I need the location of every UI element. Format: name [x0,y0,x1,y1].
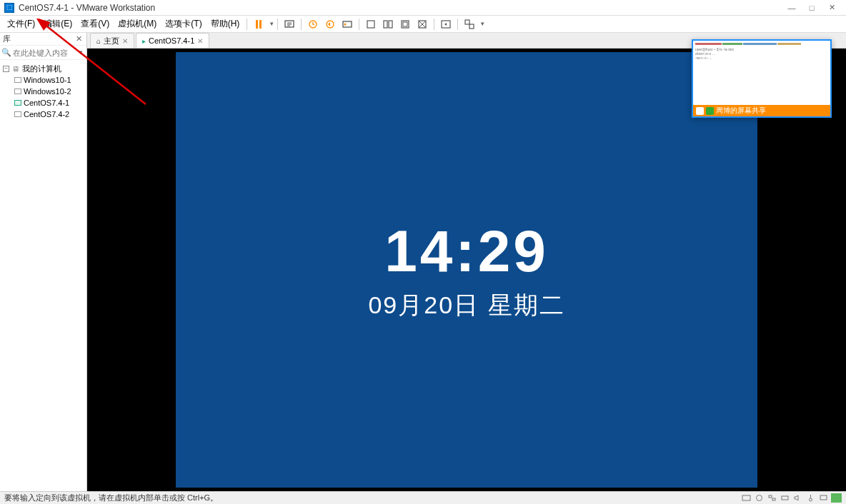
pause-icon [256,20,262,29]
pip-preview: user@host ~ $ ls -la /etc drwxr-xr-x ...… [693,41,830,105]
close-window-button[interactable]: ✕ [822,1,842,15]
vm-running-icon [14,100,21,106]
pip-caption-bar: 周博的屏幕共享 [693,105,830,116]
library-sidebar: 库 ✕ 🔍 ▼ − 我的计算机 Windows10-1 Windows10-2 [0,33,87,491]
svg-rect-17 [772,498,775,500]
tree-item-vm[interactable]: Windows10-2 [1,86,85,97]
tab-close-button[interactable]: ✕ [122,37,128,45]
title-bar: CentOS7.4-1 - VMware Workstation — □ ✕ [0,0,846,16]
collapse-icon[interactable]: − [3,66,9,72]
sound-icon[interactable] [792,493,803,503]
computer-icon [11,64,20,73]
svg-rect-7 [389,21,392,28]
view-fit-button[interactable] [398,17,412,31]
pip-caption-text: 周博的屏幕共享 [716,106,766,116]
svg-rect-18 [782,496,788,500]
share-icon [706,107,714,115]
vm-icon [14,77,21,83]
menu-help[interactable]: 帮助(H) [206,16,244,31]
cd-icon[interactable] [754,493,765,503]
view-split-button[interactable] [381,17,395,31]
dropdown-arrow-icon[interactable]: ▼ [269,21,274,27]
menu-bar: 文件(F) 编辑(E) 查看(V) 虚拟机(M) 选项卡(T) 帮助(H) ▼ … [0,16,846,33]
tab-label: CentOS7.4-1 [149,36,194,45]
tab-vm-active[interactable]: ▸ CentOS7.4-1 ✕ [136,33,209,48]
menu-view[interactable]: 查看(V) [76,16,114,31]
search-icon: 🔍 [1,48,11,57]
svg-rect-5 [367,21,374,28]
menu-file[interactable]: 文件(F) [3,16,39,31]
menu-tabs[interactable]: 选项卡(T) [161,16,206,31]
sidebar-search: 🔍 ▼ [0,46,86,60]
window-title: CentOS7.4-1 - VMware Workstation [19,3,155,13]
snapshot-button[interactable] [306,17,320,31]
minimize-button[interactable]: — [782,1,802,15]
hdd-icon[interactable] [741,493,752,503]
status-tray [741,493,842,503]
vm-lock-screen[interactable]: 14:29 09月20日 星期二 [176,52,757,488]
svg-rect-12 [465,20,469,24]
app-icon [4,3,14,13]
revert-snapshot-button[interactable] [323,17,337,31]
vm-icon: ▸ [142,37,146,45]
vm-running-indicator[interactable] [831,493,842,503]
display-icon[interactable] [818,493,829,503]
tree-item-vm[interactable]: CentOS7.4-1 [1,97,85,109]
tree-item-label: Windows10-2 [24,87,71,96]
vm-icon [14,111,21,117]
network-icon[interactable] [767,493,777,503]
maximize-button[interactable]: □ [802,1,822,15]
sidebar-header: 库 ✕ [0,33,86,46]
tree-item-label: CentOS7.4-1 [24,99,69,107]
user-icon [696,107,704,115]
svg-rect-6 [384,21,387,28]
tree-item-label: Windows10-1 [24,76,71,84]
send-ctrl-alt-del-button[interactable] [282,17,297,31]
svg-rect-16 [769,495,772,498]
menu-edit[interactable]: 编辑(E) [39,16,76,31]
menu-vm[interactable]: 虚拟机(M) [114,16,161,31]
vm-tree: − 我的计算机 Windows10-1 Windows10-2 CentOS7.… [0,60,86,123]
fullscreen-button[interactable] [439,17,453,31]
tree-root[interactable]: − 我的计算机 [1,63,85,74]
view-single-button[interactable] [364,17,378,31]
search-dropdown-button[interactable]: ▼ [76,49,85,56]
tree-item-label: CentOS7.4-2 [24,110,69,119]
svg-point-4 [344,23,347,25]
screen-share-pip[interactable]: user@host ~ $ ls -la /etc drwxr-xr-x ...… [692,39,832,118]
view-stretch-button[interactable] [415,17,429,31]
dropdown-arrow-icon[interactable]: ▼ [479,21,485,27]
tree-item-vm[interactable]: Windows10-1 [1,74,85,86]
lock-screen-date: 09月20日 星期二 [368,289,564,322]
svg-point-15 [757,495,762,501]
status-bar: 要将输入定向到该虚拟机，请在虚拟机内部单击或按 Ctrl+G。 [0,491,846,504]
usb-icon[interactable] [805,493,816,503]
svg-rect-9 [403,22,407,26]
home-icon: ⌂ [96,37,101,45]
vm-icon [14,89,21,94]
search-input[interactable] [11,48,76,58]
pause-button[interactable] [252,17,266,31]
unity-button[interactable] [462,17,477,31]
status-text: 要将输入定向到该虚拟机，请在虚拟机内部单击或按 Ctrl+G。 [4,493,741,503]
svg-point-19 [810,498,812,501]
printer-icon[interactable] [780,493,790,503]
svg-rect-13 [469,24,474,29]
tree-item-vm[interactable]: CentOS7.4-2 [1,109,85,120]
svg-rect-14 [742,495,750,500]
tab-close-button[interactable]: ✕ [197,37,203,45]
manage-snapshot-button[interactable] [340,17,354,31]
sidebar-close-button[interactable]: ✕ [74,34,84,44]
tree-root-label: 我的计算机 [22,64,61,74]
tab-home[interactable]: ⌂ 主页 ✕ [90,33,134,48]
tab-label: 主页 [104,36,119,46]
lock-screen-time: 14:29 [384,218,549,285]
svg-rect-20 [820,495,827,500]
sidebar-title: 库 [3,34,74,44]
